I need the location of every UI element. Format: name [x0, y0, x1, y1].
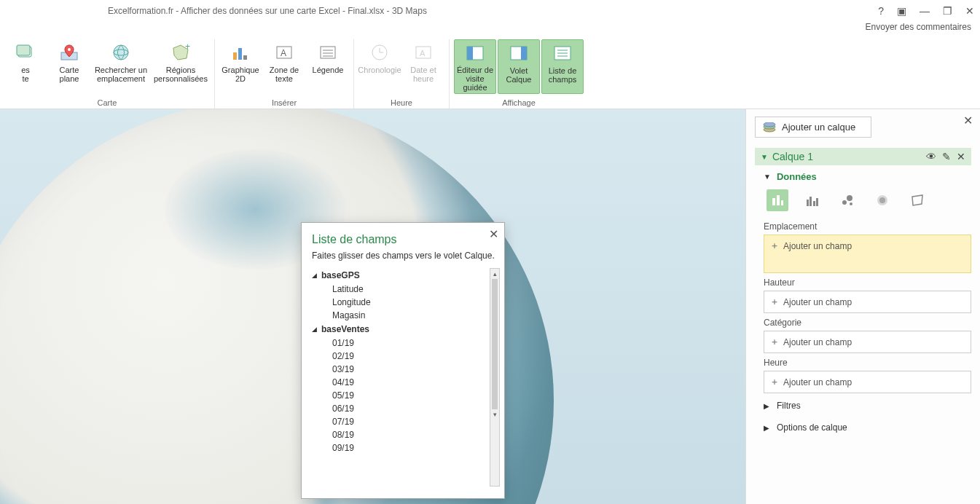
ribbon-label: Graphique2D — [222, 66, 259, 83]
svg-text:A: A — [420, 49, 426, 58]
field-item[interactable]: 04/19 — [312, 376, 500, 389]
layer-pane-close-icon[interactable]: ✕ — [963, 114, 973, 127]
heure-label: Heure — [764, 358, 971, 368]
panel3-icon — [552, 42, 573, 65]
table-baseGPS[interactable]: ◢baseGPS — [312, 270, 500, 280]
data-section: ▼ Données Emplacement ＋Ajouter un champ … — [755, 165, 971, 438]
field-list-title: Liste de champs — [312, 233, 500, 246]
categorie-label: Catégorie — [764, 318, 971, 328]
window-title: Excelformation.fr - Afficher des données… — [108, 6, 427, 16]
ribbon-group-carte: esteCarteplaneRechercher unemplacement+R… — [0, 39, 215, 109]
svg-rect-33 — [777, 195, 780, 205]
viz-bubble-icon[interactable] — [836, 189, 858, 211]
ribbon-group-heure: ChronologieADate etheureHeure — [354, 39, 450, 109]
emplacement-dropslot[interactable]: ＋Ajouter un champ — [764, 235, 971, 273]
workspace: ↖ ✕ Liste de champs Faites glisser des c… — [0, 109, 980, 504]
filtres-label: Filtres — [777, 401, 801, 411]
feedback-link[interactable]: Envoyer des commentaires — [0, 22, 980, 36]
field-item[interactable]: Magasin — [312, 309, 500, 322]
eye-icon[interactable]: 👁 — [926, 151, 936, 162]
close-icon[interactable]: ✕ — [965, 5, 974, 17]
panel2-icon — [509, 42, 529, 65]
ribbon-regions-button[interactable]: +Régionspersonnalisées — [152, 39, 210, 94]
add-layer-label: Ajouter un calque — [782, 122, 855, 133]
ribbon-chart2d-button[interactable]: Graphique2D — [219, 39, 262, 94]
ribbon-tourEditor-button[interactable]: Éditeur devisite guidée — [454, 39, 496, 94]
ribbon-findloc-button[interactable]: Rechercher unemplacement — [92, 39, 150, 94]
group-label: Insérer — [272, 98, 297, 109]
ribbon-label: Légende — [313, 66, 344, 74]
svg-rect-8 — [238, 48, 242, 60]
field-item[interactable]: 07/19 — [312, 415, 500, 428]
restore-icon[interactable]: ❐ — [943, 5, 952, 17]
ribbon-tour-button[interactable]: este — [4, 39, 47, 94]
ribbon-label: Date etheure — [410, 66, 436, 83]
hauteur-label: Hauteur — [764, 277, 971, 288]
categorie-dropslot[interactable]: ＋Ajouter un champ — [764, 331, 971, 353]
ribbon-fieldList-button[interactable]: Liste dechamps — [541, 39, 584, 94]
plus-icon: ＋ — [770, 336, 779, 348]
heure-dropslot[interactable]: ＋Ajouter un champ — [764, 371, 971, 393]
filtres-section[interactable]: ▶Filtres — [764, 395, 971, 417]
scroll-up-icon[interactable]: ▴ — [490, 269, 499, 279]
field-list-hint: Faites glisser des champs vers le volet … — [312, 251, 500, 261]
field-item[interactable]: 09/19 — [312, 441, 500, 454]
field-item[interactable]: 01/19 — [312, 336, 500, 350]
add-field-label: Ajouter un champ — [783, 241, 852, 251]
field-item[interactable]: 03/19 — [312, 363, 500, 376]
layer-header[interactable]: ▼ Calque 1 👁 ✎ ✕ — [755, 148, 971, 165]
field-tree: ▴ ▾ ◢baseGPSLatitudeLongitudeMagasin◢bas… — [312, 268, 500, 487]
ribbon-legend-button[interactable]: Légende — [307, 39, 349, 94]
data-section-header[interactable]: ▼ Données — [764, 171, 971, 182]
ribbon-label: Liste dechamps — [549, 66, 577, 84]
pencil-icon[interactable]: ✎ — [942, 151, 951, 162]
options-section[interactable]: ▶Options de calque — [764, 417, 971, 438]
field-item[interactable]: 02/19 — [312, 350, 500, 363]
titlebar: Excelformation.fr - Afficher des données… — [0, 0, 980, 22]
viz-stacked-column-icon[interactable] — [767, 189, 788, 211]
datetime-icon: A — [413, 41, 434, 64]
plus-icon: ＋ — [770, 376, 779, 388]
data-section-label: Données — [777, 171, 817, 182]
ribbon-label: Zone detexte — [270, 66, 299, 83]
caret-icon: ◢ — [312, 272, 317, 279]
ribbon-group-insérer: Graphique2DAZone detexteLégendeInsérer — [215, 39, 354, 109]
svg-point-31 — [764, 122, 775, 127]
svg-point-41 — [850, 202, 852, 205]
ribbon-flatmap-button[interactable]: Carteplane — [48, 39, 90, 94]
map-view[interactable]: ↖ ✕ Liste de champs Faites glisser des c… — [0, 109, 745, 504]
ribbon-textbox-button[interactable]: AZone detexte — [263, 39, 305, 94]
field-list-close-icon[interactable]: ✕ — [489, 227, 498, 241]
ribbon-layerPane-button[interactable]: VoletCalque — [498, 39, 540, 94]
field-item[interactable]: Latitude — [312, 283, 500, 296]
group-label: Affichage — [502, 98, 536, 109]
scroll-down-icon[interactable]: ▾ — [490, 409, 499, 420]
field-item[interactable]: 08/19 — [312, 428, 500, 441]
clock-icon — [369, 41, 390, 64]
field-item[interactable]: Longitude — [312, 296, 500, 309]
viz-region-icon[interactable] — [906, 189, 928, 211]
viz-tabs — [767, 189, 971, 211]
ribbon-label: Chronologie — [358, 66, 401, 74]
minimize-icon[interactable]: — — [920, 5, 930, 17]
scroll-thumb[interactable] — [492, 279, 498, 409]
svg-rect-9 — [243, 55, 247, 60]
table-baseVentes[interactable]: ◢baseVentes — [312, 324, 500, 334]
ribbon-label: Carteplane — [60, 66, 79, 83]
hauteur-dropslot[interactable]: ＋Ajouter un champ — [764, 291, 971, 313]
help-icon[interactable]: ? — [878, 5, 884, 17]
field-item[interactable]: 06/19 — [312, 402, 500, 415]
delete-layer-icon[interactable]: ✕ — [957, 151, 965, 162]
viz-heatmap-icon[interactable] — [871, 189, 893, 211]
globe-icon — [111, 41, 131, 64]
ribbon: esteCarteplaneRechercher unemplacement+R… — [0, 36, 980, 109]
viz-clustered-column-icon[interactable] — [801, 189, 823, 211]
ribbon-timeline-button: Chronologie — [358, 39, 401, 94]
field-list-scrollbar[interactable]: ▴ ▾ — [490, 268, 500, 487]
field-item[interactable]: 05/19 — [312, 389, 500, 402]
svg-point-4 — [114, 45, 128, 60]
svg-rect-35 — [807, 200, 809, 206]
ribbon-options-icon[interactable]: ▣ — [897, 5, 906, 17]
svg-rect-24 — [521, 47, 527, 60]
add-layer-button[interactable]: Ajouter un calque — [755, 117, 871, 138]
